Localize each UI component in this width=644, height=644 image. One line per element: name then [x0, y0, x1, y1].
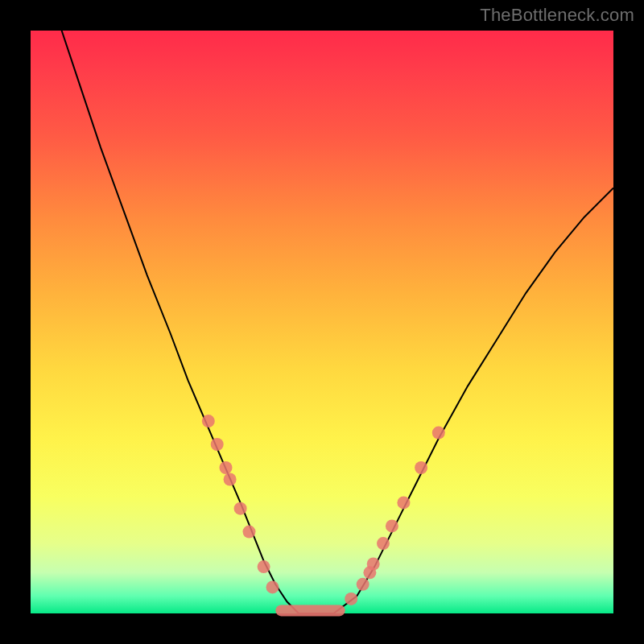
marker-left-0: [202, 415, 215, 427]
marker-right-0: [345, 592, 357, 605]
marker-right-7: [415, 461, 427, 474]
marker-left-3: [224, 473, 237, 486]
marker-left-5: [243, 526, 256, 539]
marker-left-2: [220, 461, 233, 474]
chart-frame: TheBottleneck.com: [0, 0, 644, 644]
watermark-text: TheBottleneck.com: [480, 5, 634, 26]
marker-left-6: [258, 560, 270, 573]
marker-right-6: [397, 496, 410, 509]
marker-left-7: [266, 580, 279, 593]
marker-right-8: [432, 427, 445, 440]
marker-left-1: [211, 438, 224, 451]
marker-right-3: [367, 558, 380, 571]
marker-right-5: [386, 519, 398, 532]
bottleneck-curve: [54, 7, 613, 613]
plot-area: [31, 31, 613, 613]
marker-cluster-right: [345, 427, 445, 605]
chart-svg: [31, 31, 613, 613]
marker-right-4: [377, 537, 390, 550]
marker-cluster-left: [202, 415, 279, 593]
marker-left-4: [234, 502, 247, 515]
marker-right-1: [357, 578, 369, 591]
